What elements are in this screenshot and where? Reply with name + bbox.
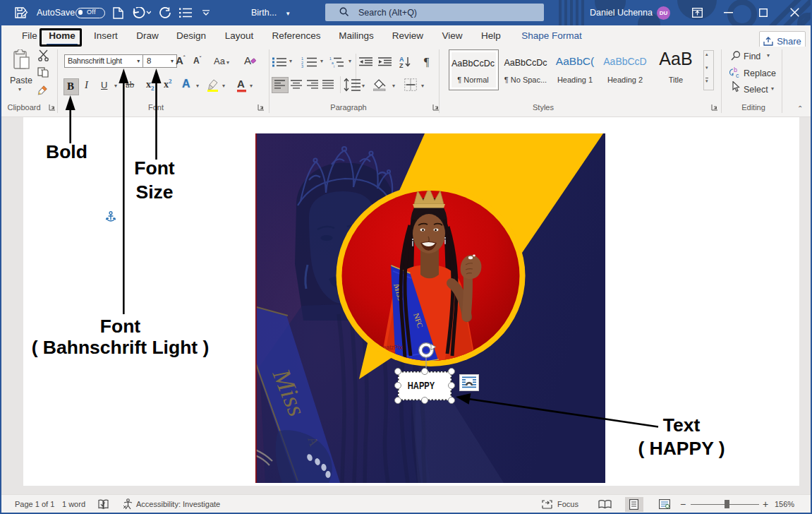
svg-text:c: c [736,72,739,78]
svg-text:Z: Z [399,62,404,68]
svg-text:i: i [334,64,334,68]
svg-text:3: 3 [301,64,303,68]
